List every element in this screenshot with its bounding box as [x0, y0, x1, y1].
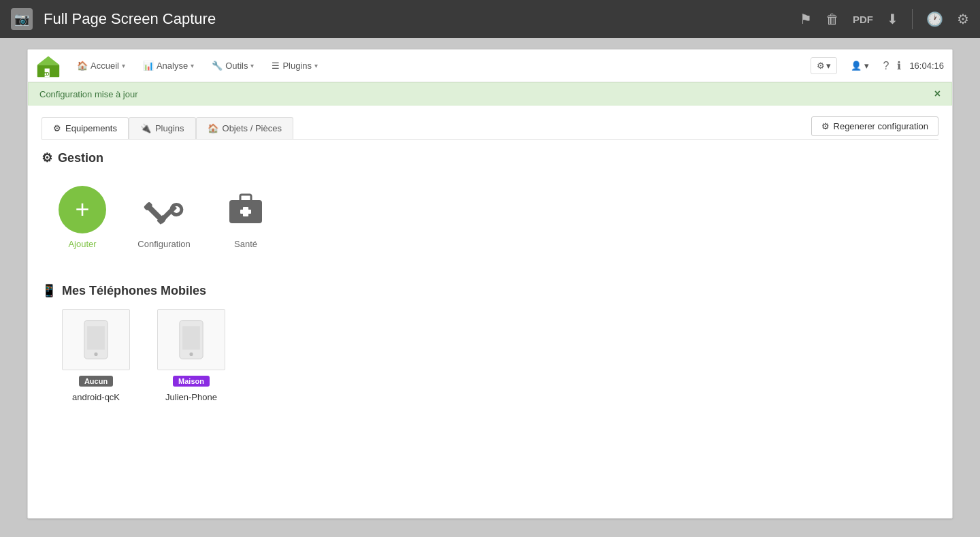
tab-plugins[interactable]: 🔌 Plugins	[129, 117, 196, 139]
svg-marker-1	[37, 56, 59, 65]
svg-point-16	[94, 353, 97, 356]
mgmt-sante[interactable]: Santé	[218, 186, 273, 249]
analyse-caret: ▾	[191, 62, 194, 69]
download-icon[interactable]: ⬇	[887, 11, 898, 27]
tabs-list: ⚙ Equipements 🔌 Plugins 🏠 Objets / Pièce…	[42, 117, 293, 138]
nav-outils[interactable]: 🔧 Outils ▾	[203, 55, 262, 76]
tab-equipements[interactable]: ⚙ Equipements	[42, 117, 129, 139]
plugins-caret: ▾	[314, 62, 318, 69]
outils-caret: ▾	[250, 62, 254, 69]
add-circle-icon: +	[59, 186, 106, 233]
settings-icon[interactable]: ⚙	[957, 11, 969, 27]
alert-banner: Configuration mise à jour ×	[28, 82, 952, 105]
tab-plugins-label: Plugins	[155, 123, 184, 133]
tabs-header: ⚙ Equipements 🔌 Plugins 🏠 Objets / Pièce…	[42, 116, 938, 140]
management-grid: + Ajouter	[42, 179, 938, 256]
gear-caret: ▾	[826, 61, 831, 71]
regen-label: Regenerer configuration	[834, 121, 928, 131]
nav-outils-label: Outils	[225, 61, 248, 71]
phone-card-julien[interactable]: Maison Julien-Phone	[150, 309, 232, 402]
nav-accueil[interactable]: 🏠 Accueil ▾	[69, 55, 133, 76]
svg-rect-15	[87, 326, 105, 349]
medkit-icon	[225, 189, 266, 230]
phone-badge-2: Maison	[173, 376, 210, 387]
nav-plugins-label: Plugins	[282, 61, 312, 71]
main-wrapper: EEDOM 🏠 Accueil ▾ 📊 Analyse ▾ 🔧 Outils	[0, 38, 980, 537]
home-icon: 🏠	[77, 61, 88, 71]
phone-card-android[interactable]: Aucun android-qcK	[55, 309, 137, 402]
ajouter-label: Ajouter	[68, 239, 96, 249]
plugins-icon: ☰	[272, 61, 280, 71]
brand-logo: EEDOM	[36, 54, 61, 78]
alert-close-btn[interactable]: ×	[934, 88, 941, 99]
phone-thumbnail-1	[79, 319, 113, 360]
phone-card-img-1	[62, 309, 130, 370]
phone-thumbnail-2	[174, 319, 208, 360]
nav-analyse-label: Analyse	[157, 61, 188, 71]
navbar-right: ⚙ ▾ 👤 ▾ ? ℹ 16:04:16	[811, 57, 944, 74]
config-gear-btn[interactable]: ⚙ ▾	[811, 57, 837, 74]
svg-rect-18	[182, 326, 200, 349]
regenerer-config-button[interactable]: ⚙ Regenerer configuration	[811, 116, 938, 136]
history-icon[interactable]: 🕐	[926, 11, 943, 27]
phones-title: 📱 Mes Téléphones Mobiles	[42, 283, 938, 298]
trash-icon[interactable]: 🗑	[826, 12, 839, 27]
brand: EEDOM	[36, 54, 61, 78]
flag-icon[interactable]: ⚑	[800, 11, 812, 27]
gestion-title: ⚙ Gestion	[42, 150, 938, 165]
ext-logo: 📷	[11, 8, 33, 30]
nav-accueil-label: Accueil	[91, 61, 119, 71]
nav-plugins[interactable]: ☰ Plugins ▾	[263, 55, 326, 76]
phone-name-2: Julien-Phone	[165, 392, 217, 402]
tab-objets-label: Objets / Pièces	[223, 123, 282, 133]
ext-actions: ⚑ 🗑 PDF ⬇ 🕐 ⚙	[800, 9, 969, 29]
plugins-tab-icon: 🔌	[140, 123, 151, 133]
outils-icon: 🔧	[212, 61, 223, 71]
navbar: EEDOM 🏠 Accueil ▾ 📊 Analyse ▾ 🔧 Outils	[28, 50, 952, 82]
accueil-caret: ▾	[122, 62, 125, 69]
phones-section: 📱 Mes Téléphones Mobiles Aucu	[42, 283, 938, 402]
configuration-icon-wrap	[140, 186, 188, 233]
sante-label: Santé	[234, 239, 257, 249]
gestion-gear-icon: ⚙	[42, 150, 52, 165]
gestion-section: ⚙ Gestion + Ajouter	[42, 150, 938, 256]
regen-gear-icon: ⚙	[821, 121, 830, 131]
svg-text:EEDOM: EEDOM	[40, 71, 56, 76]
mgmt-configuration[interactable]: Configuration	[137, 186, 191, 249]
separator	[912, 9, 913, 29]
navbar-menu: 🏠 Accueil ▾ 📊 Analyse ▾ 🔧 Outils ▾ ☰ Plu…	[69, 55, 808, 76]
ext-title: Full Page Screen Capture	[44, 10, 789, 28]
pdf-icon[interactable]: PDF	[853, 14, 873, 25]
ajouter-icon-wrap: +	[59, 186, 106, 233]
gear-icon: ⚙	[817, 61, 825, 71]
user-icon: 👤	[851, 61, 862, 71]
user-caret: ▾	[864, 61, 869, 71]
navbar-time: 16:04:16	[909, 61, 944, 71]
user-menu[interactable]: 👤 ▾	[845, 58, 875, 74]
content-area: ⚙ Equipements 🔌 Plugins 🏠 Objets / Pièce…	[28, 105, 952, 413]
alert-message: Configuration mise à jour	[39, 89, 138, 99]
info-icon[interactable]: ℹ	[897, 59, 901, 72]
wrench-icon	[144, 189, 184, 230]
app-container: EEDOM 🏠 Accueil ▾ 📊 Analyse ▾ 🔧 Outils	[27, 49, 953, 519]
extension-bar: 📷 Full Page Screen Capture ⚑ 🗑 PDF ⬇ 🕐 ⚙	[0, 0, 980, 38]
phone-card-img-2	[157, 309, 225, 370]
configuration-label: Configuration	[137, 239, 190, 249]
sante-icon-wrap	[222, 186, 270, 233]
phone-name-1: android-qcK	[72, 392, 120, 402]
nav-analyse[interactable]: 📊 Analyse ▾	[135, 55, 202, 76]
phones-grid: Aucun android-qcK Maison	[42, 309, 938, 402]
tab-equipements-label: Equipements	[65, 123, 117, 133]
tab-objets-pieces[interactable]: 🏠 Objets / Pièces	[196, 117, 293, 139]
mgmt-ajouter[interactable]: + Ajouter	[55, 186, 110, 249]
phone-badge-1: Aucun	[79, 376, 113, 387]
camera-icon: 📷	[14, 12, 29, 27]
equipements-tab-icon: ⚙	[53, 123, 61, 133]
svg-point-19	[189, 353, 193, 356]
svg-rect-13	[240, 210, 251, 214]
objets-tab-icon: 🏠	[208, 123, 218, 133]
phone-icon: 📱	[42, 283, 56, 298]
analyse-icon: 📊	[143, 61, 154, 71]
help-icon[interactable]: ?	[883, 60, 889, 72]
